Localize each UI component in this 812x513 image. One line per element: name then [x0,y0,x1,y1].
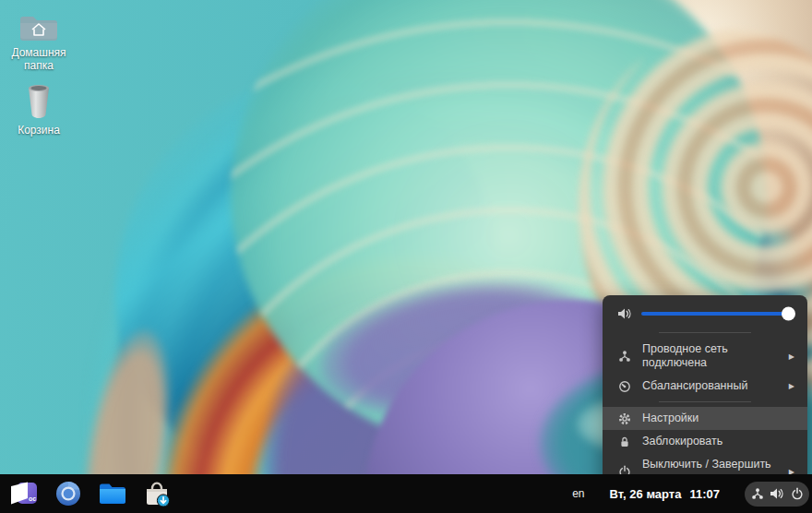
menu-item-lock[interactable]: Заблокировать [603,430,807,453]
desktop-icon-label-line1: Корзина [18,124,60,137]
taskbar-right-section: en Вт, 26 марта 11:07 [572,482,812,507]
desktop-icon-label-line1: Домашняя [11,46,66,59]
submenu-arrow-icon: ▶ [787,352,794,361]
taskbar: oc [0,474,812,513]
taskbar-app-office[interactable]: oc [9,480,39,507]
power-profile-icon [617,380,631,393]
taskbar-app-files[interactable] [98,480,127,507]
clock-time: 11:07 [689,487,720,501]
power-tray-icon[interactable] [791,487,804,500]
desktop-icon-label-line2: папка [24,59,54,72]
desktop-icon-trash[interactable]: Корзина [0,81,78,137]
clock[interactable]: Вт, 26 марта 11:07 [610,487,721,501]
chromium-browser-icon [55,481,81,507]
gear-icon [617,412,631,425]
network-icon [617,350,631,363]
volume-slider[interactable] [641,312,793,316]
taskbar-app-chromium[interactable] [54,480,83,507]
menu-item-label: Настройки [642,412,794,425]
clock-date: Вт, 26 марта [610,487,682,501]
office-badge-text: oc [29,495,36,502]
taskbar-app-launchers: oc [0,480,172,507]
system-tray[interactable] [745,482,809,507]
status-menu-popup: Проводное сеть подключена ▶ Сбалансирова… [603,295,807,495]
volume-row [603,302,807,328]
menu-item-settings[interactable]: Настройки [603,407,807,430]
menu-item-network[interactable]: Проводное сеть подключена ▶ [603,338,807,375]
volume-slider-handle[interactable] [782,307,795,321]
menu-separator [659,401,751,402]
menu-item-label: Сбалансированный [642,379,776,393]
keyboard-layout-indicator[interactable]: en [572,487,584,500]
menu-item-label: Проводное сеть подключена [642,342,776,370]
desktop-icon-home-folder[interactable]: Домашняя папка [0,11,78,72]
file-manager-icon [98,482,127,506]
submenu-arrow-icon: ▶ [787,382,794,390]
software-center-icon [143,481,171,507]
lock-icon [617,435,631,448]
speaker-icon [617,307,632,320]
menu-item-label: Заблокировать [642,435,794,448]
home-folder-icon [18,11,60,42]
network-tray-icon[interactable] [751,487,764,500]
taskbar-app-software-center[interactable] [142,480,172,507]
volume-tray-icon[interactable] [770,487,784,500]
menu-separator [659,332,751,333]
office-suite-icon: oc [9,481,39,507]
menu-item-power-profile[interactable]: Сбалансированный ▶ [603,375,807,398]
trash-icon [21,81,56,120]
desktop-screen: Домашняя папка Корзина Проводное сеть по… [0,0,812,513]
